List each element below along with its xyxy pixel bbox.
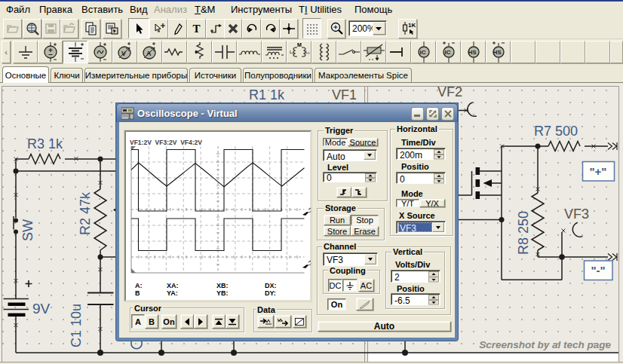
svg-text:1K: 1K: [408, 22, 416, 29]
svg-text:"+": "+": [590, 165, 607, 178]
svg-text:M: M: [297, 42, 302, 47]
svg-text:R2 47k: R2 47k: [78, 191, 93, 235]
svg-text:IC: IC: [444, 49, 450, 56]
svg-text:R8 250: R8 250: [516, 211, 531, 255]
svg-text:HS: HS: [493, 49, 502, 56]
svg-text:9V: 9V: [32, 301, 51, 317]
svg-text:VF2: VF2: [437, 84, 462, 99]
svg-text:Screenshot by al tech page: Screenshot by al tech page: [479, 339, 611, 350]
svg-text:R1 1k: R1 1k: [249, 87, 285, 102]
svg-text:HS: HS: [468, 49, 477, 56]
svg-text:L₁: L₁: [290, 50, 293, 54]
svg-text:C1 10u: C1 10u: [69, 304, 84, 347]
svg-text:L₂: L₂: [305, 50, 310, 54]
svg-text:IC: IC: [419, 49, 425, 56]
svg-text:R7 500: R7 500: [534, 124, 578, 139]
svg-text:VF1: VF1: [332, 87, 357, 102]
svg-text:R3 1k: R3 1k: [27, 136, 63, 151]
svg-text:"-": "-": [591, 264, 605, 277]
svg-text:SW: SW: [20, 219, 35, 241]
svg-text:VF3: VF3: [564, 206, 589, 222]
